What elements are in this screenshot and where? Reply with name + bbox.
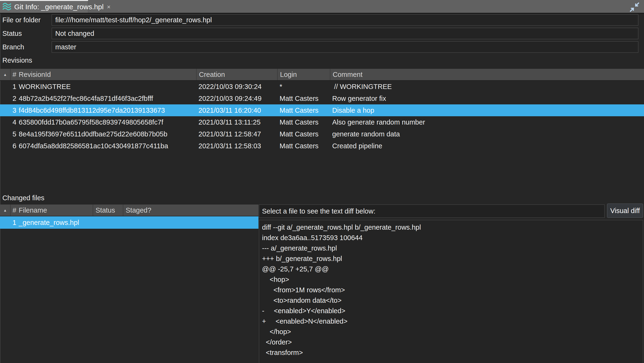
revision-login: Matt Casters xyxy=(277,104,330,116)
revision-num: 2 xyxy=(11,93,17,104)
diff-file-prompt-field[interactable]: Select a file to see the text diff below… xyxy=(259,204,605,218)
form-row-file: File or folder file:///home/matt/test-st… xyxy=(0,14,644,26)
changed-files-table-header: ▴ # Filename Status Staged? xyxy=(0,204,258,216)
revision-creation: 2021/03/11 12:58:03 xyxy=(196,140,277,152)
column-header-filename[interactable]: Filename xyxy=(17,204,93,216)
revision-login: Matt Casters xyxy=(277,128,330,140)
revision-num: 3 xyxy=(11,104,17,116)
status-field[interactable]: Not changed xyxy=(52,28,638,39)
revision-login: Matt Casters xyxy=(277,140,330,152)
diff-line: <to>random data</to> xyxy=(262,295,643,305)
revision-creation: 2022/10/03 09:24:49 xyxy=(196,93,277,104)
diff-line: </hop> xyxy=(262,326,643,337)
revision-creation: 2022/10/03 09:30:24 xyxy=(196,81,277,93)
revision-row-2[interactable]: 2 48b72a2b452f27fec86c4fa871df46f3ac2fbf… xyxy=(0,93,644,104)
changed-file-status xyxy=(93,216,123,229)
tab-git-info[interactable]: Git Info: _generate_rows.hpl × xyxy=(0,0,88,13)
revision-login: * xyxy=(277,81,330,93)
revision-row-4[interactable]: 4 635800fdd17b0a65795f58c8939749805658fc… xyxy=(0,116,644,128)
revision-row-3-selected[interactable]: 3 f4d84bc6d498ffdb813112d95e7da201391336… xyxy=(0,104,644,116)
diff-line: +++ b/_generate_rows.hpl xyxy=(262,253,643,264)
revision-id: 48b72a2b452f27fec86c4fa871df46f3ac2fbfff xyxy=(17,93,196,104)
status-label: Status xyxy=(2,28,22,39)
changed-files-table: ▴ # Filename Status Staged? 1 _generate_… xyxy=(0,204,258,229)
diff-line: <from>1M rows</from> xyxy=(262,285,643,295)
revision-login: Matt Casters xyxy=(277,116,330,128)
revision-row-5[interactable]: 5 8e4a195f3697e6511d0dfbae275d22e608b7b0… xyxy=(0,128,644,140)
tab-close-icon[interactable]: × xyxy=(106,4,110,10)
revision-creation: 2021/03/11 16:20:40 xyxy=(196,104,277,116)
diff-line: @@ -25,7 +25,7 @@ xyxy=(262,264,643,274)
revision-comment: Created pipeline xyxy=(330,140,644,152)
changed-file-num: 1 xyxy=(11,216,17,229)
column-header-num[interactable]: # xyxy=(11,204,17,216)
diff-line: </order> xyxy=(262,337,643,347)
sort-ascending-icon[interactable]: ▴ xyxy=(0,69,11,80)
revision-num: 6 xyxy=(11,140,17,152)
text-diff-area[interactable]: diff --git a/_generate_rows.hpl b/_gener… xyxy=(259,220,643,363)
revision-comment: generate random data xyxy=(330,128,644,140)
diff-line: <hop> xyxy=(262,274,643,285)
diff-line: index de3a6aa..5173593 100644 xyxy=(262,232,643,243)
revision-comment: Row generator fix xyxy=(330,93,644,104)
collapse-arrows-icon[interactable] xyxy=(629,2,640,12)
revision-id: 635800fdd17b0a65795f58c8939749805658fc7f xyxy=(17,116,196,128)
revision-creation: 2021/03/11 13:11:25 xyxy=(196,116,277,128)
revision-comment: // WORKINGTREE xyxy=(330,81,644,93)
revision-creation: 2021/03/11 12:58:47 xyxy=(196,128,277,140)
revision-comment: Disable a hop xyxy=(330,104,644,116)
revision-id: 6074dfa5a8dd82586581ac10c430491877c411ba xyxy=(17,140,196,152)
branch-field[interactable]: master xyxy=(52,41,638,53)
visual-diff-button[interactable]: Visual diff xyxy=(607,204,643,218)
diff-line: - <enabled>Y</enabled> xyxy=(262,305,643,316)
file-or-folder-label: File or folder xyxy=(2,14,40,26)
revision-num: 5 xyxy=(11,128,17,140)
diff-line: + <enabled>N</enabled> xyxy=(262,316,643,326)
column-header-creation[interactable]: Creation xyxy=(196,69,277,80)
form-row-branch: Branch master xyxy=(0,41,644,53)
revisions-section-label: Revisions xyxy=(2,57,32,64)
revision-comment: Also generate random number xyxy=(330,116,644,128)
tab-bar: Git Info: _generate_rows.hpl × xyxy=(0,0,644,14)
changed-file-filename: _generate_rows.hpl xyxy=(17,216,93,229)
diff-line: --- a/_generate_rows.hpl xyxy=(262,243,643,253)
revision-num: 1 xyxy=(11,81,17,93)
revisions-table-header: ▴ # RevisionId Creation Login Comment xyxy=(0,69,644,81)
revisions-table: ▴ # RevisionId Creation Login Comment 1 … xyxy=(0,69,644,152)
column-header-num[interactable]: # xyxy=(11,69,17,80)
revision-num: 4 xyxy=(11,116,17,128)
revision-id: f4d84bc6d498ffdb813112d95e7da20139133673 xyxy=(17,104,196,116)
column-header-login[interactable]: Login xyxy=(277,69,330,80)
branch-label: Branch xyxy=(2,41,24,53)
changed-file-row-1-selected[interactable]: 1 _generate_rows.hpl xyxy=(0,216,258,229)
diff-line: <transform> xyxy=(262,347,643,358)
column-header-staged[interactable]: Staged? xyxy=(123,204,258,216)
changed-file-staged xyxy=(123,216,258,229)
hop-waves-icon xyxy=(2,2,12,12)
revision-id: WORKINGTREE xyxy=(17,81,196,93)
form-row-status: Status Not changed xyxy=(0,28,644,39)
revision-row-1[interactable]: 1 WORKINGTREE 2022/10/03 09:30:24 * // W… xyxy=(0,81,644,93)
diff-line: diff --git a/_generate_rows.hpl b/_gener… xyxy=(262,222,643,232)
revision-id: 8e4a195f3697e6511d0dfbae275d22e608b7b05b xyxy=(17,128,196,140)
tab-title: Git Info: _generate_rows.hpl xyxy=(14,3,104,11)
column-header-status[interactable]: Status xyxy=(93,204,123,216)
revision-row-6[interactable]: 6 6074dfa5a8dd82586581ac10c430491877c411… xyxy=(0,140,644,152)
sort-ascending-icon[interactable]: ▴ xyxy=(0,204,11,216)
changed-files-section-label: Changed files xyxy=(2,194,44,202)
revision-login: Matt Casters xyxy=(277,93,330,104)
column-header-comment[interactable]: Comment xyxy=(330,69,644,80)
file-or-folder-field[interactable]: file:///home/matt/test-stuff/hop2/_gener… xyxy=(52,14,638,26)
window-left-edge xyxy=(0,14,0,363)
column-header-revisionid[interactable]: RevisionId xyxy=(17,69,196,80)
